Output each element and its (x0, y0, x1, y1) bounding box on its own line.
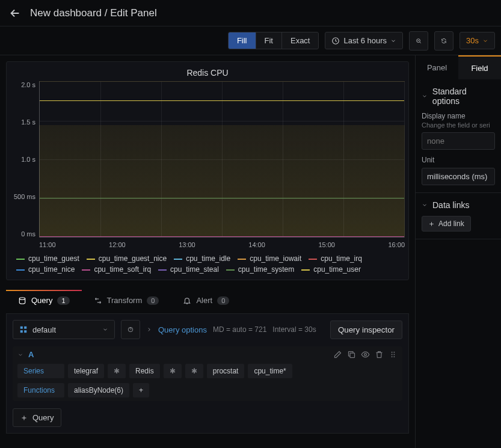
plus-icon (20, 414, 28, 422)
display-name-help: Change the field or seri (422, 121, 495, 129)
series-cpu-time-user (40, 100, 404, 101)
chart-panel: Redis CPU 2.0 s 1.5 s 1.0 s 500 ms 0 ms (6, 61, 409, 280)
chip-wildcard[interactable]: ✱ (164, 364, 182, 378)
chip-procstat[interactable]: procstat (207, 364, 245, 378)
back-arrow-icon[interactable] (8, 7, 22, 20)
chip-redis[interactable]: Redis (129, 364, 160, 378)
svg-point-8 (392, 354, 393, 355)
chevron-down-icon (102, 327, 108, 333)
svg-point-11 (393, 356, 395, 357)
datasource-icon (19, 325, 28, 334)
chevron-down-icon (482, 38, 488, 44)
refresh-button[interactable] (434, 31, 453, 51)
add-link-button[interactable]: Add link (422, 216, 471, 232)
chip-wildcard[interactable]: ✱ (108, 364, 126, 378)
svg-rect-4 (350, 353, 355, 358)
chevron-down-icon (422, 93, 428, 99)
zoom-out-button[interactable] (409, 31, 428, 51)
legend-item[interactable]: cpu_time_system (226, 265, 294, 274)
functions-keyword: Functions (17, 383, 64, 397)
section-standard-options: Standard options Display name Change the… (416, 79, 501, 193)
query-row-a: A Series telegraf ✱ Redis ✱ ✱ procstat (13, 346, 402, 401)
tab-transform[interactable]: Transform 0 (82, 290, 171, 311)
tab-alert[interactable]: Alert 0 (171, 290, 241, 311)
bell-icon (183, 296, 191, 305)
legend-item[interactable]: cpu_time_nice (16, 265, 75, 274)
chevron-down-icon (422, 202, 428, 208)
refresh-icon (441, 37, 447, 45)
display-name-label: Display name (422, 112, 495, 120)
zoom-out-icon (416, 37, 422, 45)
functions-chips: Functions aliasByNode(6) + (17, 383, 398, 397)
plus-icon (428, 221, 435, 227)
svg-point-6 (392, 352, 393, 353)
chevron-right-icon[interactable] (146, 327, 152, 333)
series-cpu-time-system (40, 198, 404, 198)
svg-point-7 (393, 352, 395, 353)
drag-handle-icon[interactable] (389, 350, 398, 359)
y-axis: 2.0 s 1.5 s 1.0 s 500 ms 0 ms (10, 81, 39, 238)
series-chips: Series telegraf ✱ Redis ✱ ✱ procstat cpu… (17, 364, 398, 378)
chevron-down-icon[interactable] (17, 352, 23, 358)
bottom-tabs: Query 1 Transform 0 Alert 0 (6, 290, 409, 311)
chip-cpu-time[interactable]: cpu_time* (248, 364, 292, 378)
x-axis: 11:0012:0013:0014:0015:0016:00 (39, 241, 405, 248)
clock-icon (331, 37, 340, 45)
chip-aliasbynode[interactable]: aliasByNode(6) (68, 383, 129, 397)
fit-button[interactable]: Fit (256, 32, 282, 49)
unit-picker[interactable]: milliseconds (ms) (422, 168, 495, 185)
chevron-down-icon (390, 38, 396, 44)
copy-icon[interactable] (347, 350, 356, 359)
data-links-toggle[interactable]: Data links (422, 200, 495, 210)
display-mode-segment: Fill Fit Exact (228, 32, 319, 49)
right-sidebar: Panel Field Standard options Display nam… (415, 55, 501, 448)
trash-icon[interactable] (375, 350, 384, 359)
svg-point-9 (393, 354, 395, 355)
legend-item[interactable]: cpu_time_idle (174, 254, 230, 263)
question-icon (128, 325, 134, 334)
svg-point-5 (364, 354, 367, 356)
legend-item[interactable]: cpu_time_guest_nice (87, 254, 167, 263)
query-inspector-button[interactable]: Query inspector (330, 321, 402, 339)
toolbar: Fill Fit Exact Last 6 hours 30s (0, 26, 501, 55)
transform-icon (94, 296, 102, 305)
database-icon (18, 296, 26, 305)
standard-options-toggle[interactable]: Standard options (422, 87, 495, 106)
unit-label: Unit (422, 156, 495, 164)
legend-item[interactable]: cpu_time_iowait (238, 254, 301, 263)
display-name-input[interactable] (422, 132, 495, 150)
query-meta-interval: Interval = 30s (272, 325, 316, 334)
chip-wildcard[interactable]: ✱ (185, 364, 203, 378)
legend-item[interactable]: cpu_time_soft_irq (82, 265, 151, 274)
add-query-button[interactable]: Query (13, 408, 61, 427)
page-title: New dashboard / Edit Panel (30, 7, 157, 19)
query-meta-md: MD = auto = 721 (213, 325, 266, 334)
series-keyword: Series (17, 364, 64, 378)
fill-button[interactable]: Fill (229, 32, 256, 49)
legend-item[interactable]: cpu_time_irq (309, 254, 362, 263)
query-editor: default Query options MD = auto = 721 In… (6, 313, 409, 434)
tab-query[interactable]: Query 1 (6, 290, 82, 311)
svg-point-2 (19, 297, 25, 299)
edit-icon[interactable] (333, 350, 342, 359)
refresh-rate-picker[interactable]: 30s (460, 32, 495, 49)
chart-legend: cpu_time_guestcpu_time_guest_nicecpu_tim… (16, 254, 405, 274)
tab-panel[interactable]: Panel (416, 55, 458, 79)
datasource-help-button[interactable] (121, 320, 140, 339)
tab-field[interactable]: Field (458, 55, 501, 79)
eye-icon[interactable] (361, 350, 370, 359)
svg-point-10 (392, 356, 393, 357)
datasource-picker[interactable]: default (13, 320, 115, 339)
section-data-links: Data links Add link (416, 193, 501, 239)
legend-item[interactable]: cpu_time_user (301, 265, 361, 274)
chart-title: Redis CPU (10, 68, 405, 78)
query-id: A (28, 350, 34, 359)
add-function-button[interactable]: + (133, 383, 149, 397)
plot-area[interactable] (39, 81, 405, 238)
legend-item[interactable]: cpu_time_guest (16, 254, 79, 263)
query-options-toggle[interactable]: Query options (158, 325, 207, 334)
legend-item[interactable]: cpu_time_steal (158, 265, 219, 274)
chip-telegraf[interactable]: telegraf (68, 364, 104, 378)
time-range-picker[interactable]: Last 6 hours (325, 32, 403, 49)
exact-button[interactable]: Exact (282, 32, 319, 49)
